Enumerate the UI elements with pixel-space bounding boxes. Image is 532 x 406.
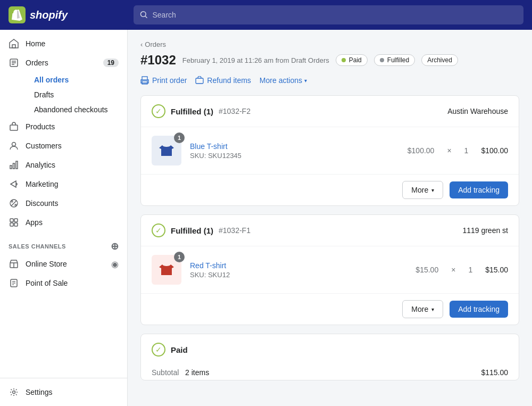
apps-label: Apps [26,218,43,227]
subtotal-label: Subtotal [152,368,179,377]
paid-card-title: Paid [171,345,188,354]
product-unit-price-2: $15.00 [415,266,438,274]
product-info-1: Blue T-shirt SKU: SKU12345 [190,142,399,160]
sidebar: Home Orders 19 All orders Drafts Abandon… [0,30,128,406]
paid-card-icon: ✓ [152,343,165,357]
sidebar-item-discounts[interactable]: Discounts [0,194,127,213]
logo-area: shopify [9,6,134,23]
paid-dot [342,58,346,62]
shopify-logo-icon [9,6,26,23]
settings-label: Settings [26,388,53,396]
orders-badge: 19 [103,59,119,67]
card-2-status: Fulfilled (1) [171,226,213,235]
print-icon [140,76,149,85]
product-info-2: Red T-shirt SKU: SKU12 [190,261,407,279]
card-1-status: Fulfilled (1) [171,107,213,116]
subnav-abandoned-checkouts[interactable]: Abandoned checkouts [26,102,127,117]
search-input[interactable] [152,11,517,19]
discounts-label: Discounts [26,199,58,208]
action-bar: Print order Refund items More actions ▾ [140,76,519,85]
badge-archived: Archived [421,54,458,66]
card-1-footer: More ▾ Add tracking [141,174,519,205]
more-button-1[interactable]: More ▾ [402,181,443,199]
fulfilled-icon-1: ✓ [152,104,165,118]
search-bar[interactable] [134,5,523,24]
product-qty-badge-1: 1 [174,132,185,143]
more-button-2[interactable]: More ▾ [402,300,443,318]
more-label-1: More [411,186,428,194]
card-2-footer: More ▾ Add tracking [141,293,519,325]
paid-card-header: ✓ Paid [141,334,519,365]
products-icon [9,121,19,132]
content-area: ‹ Orders #1032 February 1, 2019 at 11:26… [128,30,532,406]
sidebar-item-point-of-sale[interactable]: Point of Sale [0,274,127,293]
sidebar-item-settings[interactable]: Settings [0,383,127,402]
svg-rect-26 [142,77,147,80]
paid-card: ✓ Paid Subtotal 2 items $115.00 [140,334,519,380]
orders-subnav: All orders Drafts Abandoned checkouts [0,72,127,117]
more-actions-button[interactable]: More actions ▾ [260,76,307,85]
svg-rect-11 [16,161,18,169]
refund-items-label: Refund items [207,76,251,85]
subtotal-value: $115.00 [481,368,508,377]
online-store-label: Online Store [26,260,67,268]
sidebar-item-online-store[interactable]: Online Store ◉ [0,254,127,274]
add-tracking-button-1[interactable]: Add tracking [450,181,508,198]
add-tracking-button-2[interactable]: Add tracking [450,301,508,318]
product-name-2[interactable]: Red T-shirt [190,261,407,270]
paid-subtotal-row: Subtotal 2 items $115.00 [141,365,519,380]
svg-rect-17 [10,223,13,226]
badge-paid: Paid [336,54,368,66]
add-sales-channel-icon[interactable]: ⊕ [111,241,119,252]
svg-rect-10 [13,163,15,169]
fulfillment-card-1: ✓ Fulfilled (1) #1032-F2 Austin Warehous… [140,95,519,206]
card-2-header: ✓ Fulfilled (1) #1032-F1 1119 green st [141,215,519,246]
sidebar-item-analytics[interactable]: Analytics [0,155,127,175]
breadcrumb[interactable]: ‹ Orders [140,40,519,48]
sidebar-item-products[interactable]: Products [0,117,127,136]
svg-rect-9 [10,165,12,169]
price-total-2: $15.00 [485,266,508,274]
card-2-fulfillment-id: #1032-F1 [219,226,251,235]
fulfillment-card-2: ✓ Fulfilled (1) #1032-F1 1119 green st 1… [140,214,519,325]
more-actions-label: More actions [260,76,302,85]
fulfilled-dot [380,58,384,62]
svg-rect-15 [10,219,13,222]
price-total-1: $100.00 [481,146,508,155]
order-date: February 1, 2019 at 11:26 am from Draft … [182,56,329,64]
subtotal-items: 2 items [185,368,209,377]
more-chevron-1: ▾ [431,187,434,193]
sidebar-item-orders[interactable]: Orders 19 [0,53,127,72]
sidebar-item-home[interactable]: Home [0,34,127,53]
sidebar-item-marketing[interactable]: Marketing [0,175,127,194]
print-order-link[interactable]: Print order [140,76,187,85]
svg-point-0 [140,12,146,17]
svg-point-8 [12,143,16,146]
archived-badge-label: Archived [427,56,452,64]
breadcrumb-label: Orders [145,40,166,48]
customers-label: Customers [26,142,62,150]
price-qty-2: 1 [468,266,472,274]
card-2-warehouse: 1119 green st [462,226,508,235]
sidebar-item-customers[interactable]: Customers [0,136,127,155]
svg-rect-2 [12,45,15,48]
price-x-1: × [447,146,451,155]
product-name-1[interactable]: Blue T-shirt [190,142,399,151]
svg-rect-7 [10,125,18,130]
pos-icon [9,278,19,288]
fulfilled-badge-label: Fulfilled [387,56,409,64]
sidebar-item-apps[interactable]: Apps [0,213,127,232]
sales-channels-section: SALES CHANNELS ⊕ [0,232,127,254]
refund-items-link[interactable]: Refund items [195,76,251,85]
top-navigation: shopify [0,0,532,30]
settings-icon [9,387,19,397]
subnav-drafts[interactable]: Drafts [26,87,127,102]
store-icon [9,259,19,269]
card-2-header-left: ✓ Fulfilled (1) #1032-F1 [152,223,251,237]
home-label: Home [26,39,45,48]
product-qty-badge-2: 1 [174,252,185,262]
subnav-all-orders[interactable]: All orders [26,72,127,87]
price-x-2: × [451,266,455,274]
svg-rect-16 [14,219,18,222]
card-2-product-row: 1 Red T-shirt SKU: SKU12 $15.00 × 1 $15.… [141,246,519,293]
